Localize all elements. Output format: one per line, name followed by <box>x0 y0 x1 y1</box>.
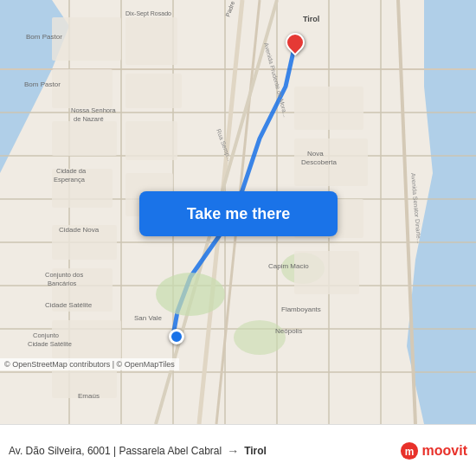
svg-rect-34 <box>125 74 182 108</box>
svg-text:Emaús: Emaús <box>78 392 100 400</box>
bottom-bar: Av. Dão Silveira, 6001 | Passarela Abel … <box>0 424 476 476</box>
svg-text:Conjunto: Conjunto <box>33 331 59 339</box>
svg-text:Descoberta: Descoberta <box>301 158 337 166</box>
svg-text:Cidade Nova: Cidade Nova <box>59 226 100 234</box>
svg-rect-33 <box>125 17 177 65</box>
route-to: Tirol <box>244 445 267 457</box>
svg-text:Bom Pastor: Bom Pastor <box>26 33 62 41</box>
svg-text:Nova: Nova <box>307 150 324 158</box>
svg-text:San Vale: San Vale <box>134 314 162 322</box>
route-arrow: → <box>227 444 239 458</box>
map-view[interactable]: Bom Pastor Bom Pastor Nossa Senhora de N… <box>0 0 476 424</box>
svg-text:Flamboyants: Flamboyants <box>281 306 321 313</box>
map-attribution: © OpenStreetMap contributors | © OpenMap… <box>0 358 179 370</box>
svg-text:Bancários: Bancários <box>48 280 77 287</box>
route-from: Av. Dão Silveira, 6001 | Passarela Abel … <box>9 445 222 457</box>
svg-text:Esperança: Esperança <box>54 176 86 183</box>
svg-text:Cidade Satélite: Cidade Satélite <box>28 340 72 348</box>
moovit-icon: m <box>400 441 419 460</box>
svg-text:Neópolis: Neópolis <box>275 327 302 335</box>
origin-pin <box>169 329 184 344</box>
svg-text:m: m <box>404 445 414 457</box>
svg-text:Dix-Sept Rosado: Dix-Sept Rosado <box>125 10 171 17</box>
svg-rect-26 <box>52 69 113 108</box>
svg-text:de Nazaré: de Nazaré <box>74 115 104 123</box>
route-info: Av. Dão Silveira, 6001 | Passarela Abel … <box>9 444 400 458</box>
svg-text:Cidade Satélite: Cidade Satélite <box>45 301 93 309</box>
moovit-text: moovit <box>422 443 467 459</box>
svg-rect-27 <box>52 121 117 156</box>
svg-rect-35 <box>125 121 177 160</box>
svg-rect-37 <box>294 87 363 130</box>
take-me-there-button[interactable]: Take me there <box>139 191 338 236</box>
svg-text:Cidade da: Cidade da <box>56 167 87 175</box>
svg-point-23 <box>234 320 286 355</box>
svg-text:Tirol: Tirol <box>303 15 319 23</box>
svg-point-22 <box>156 273 225 316</box>
svg-text:Nossa Senhora: Nossa Senhora <box>71 106 117 114</box>
svg-text:Bom Pastor: Bom Pastor <box>24 80 61 88</box>
svg-text:Capim Macio: Capim Macio <box>268 262 309 270</box>
moovit-logo: m moovit <box>400 441 467 460</box>
svg-rect-40 <box>294 251 359 294</box>
svg-text:Conjunto dos: Conjunto dos <box>45 271 83 279</box>
svg-rect-25 <box>52 17 121 61</box>
